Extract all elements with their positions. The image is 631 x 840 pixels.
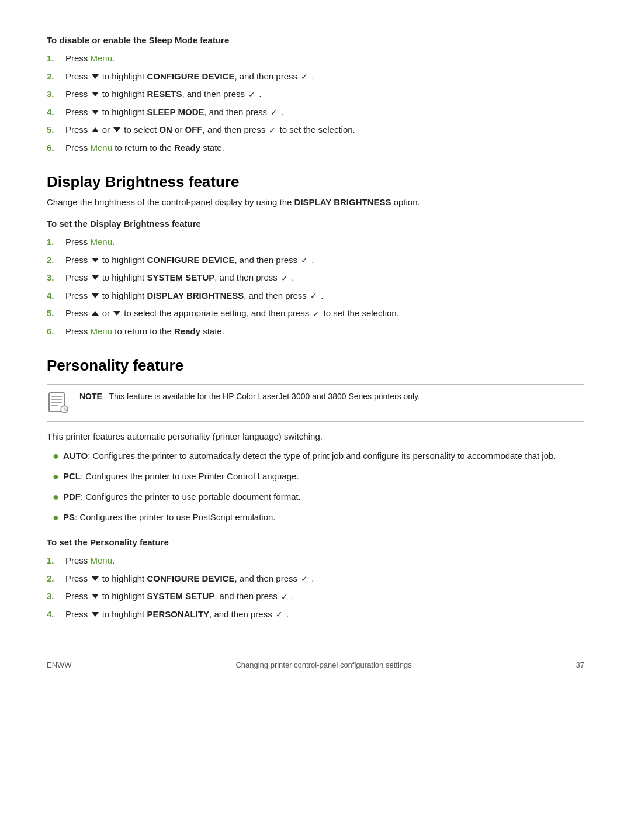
step-text: Press to highlight SYSTEM SETUP, and the…: [65, 590, 294, 603]
bullet-bold: PS: [63, 512, 75, 522]
step-text: Press to highlight CONFIGURE DEVICE, and…: [65, 70, 314, 84]
step-item: 1. Press Menu.: [47, 236, 584, 249]
down-arrow-icon: [92, 275, 99, 280]
step-number: 2.: [47, 70, 65, 84]
down-arrow-icon: [113, 127, 120, 132]
step-number: 4.: [47, 106, 65, 119]
step-number: 4.: [47, 289, 65, 303]
step-number: 6.: [47, 325, 65, 338]
step-item: 3. Press to highlight SYSTEM SETUP, and …: [47, 271, 584, 285]
step-number: 5.: [47, 123, 65, 137]
step-item: 6. Press Menu to return to the Ready sta…: [47, 325, 584, 338]
sleep-mode-section: To disable or enable the Sleep Mode feat…: [47, 35, 584, 154]
highlight-text: CONFIGURE DEVICE: [147, 573, 234, 583]
step-item: 2. Press to highlight CONFIGURE DEVICE, …: [47, 572, 584, 586]
footer-right: 37: [576, 661, 584, 669]
highlight-text: SYSTEM SETUP: [147, 272, 214, 282]
note-svg-icon: ✎: [47, 392, 69, 414]
sleep-mode-subheading: To disable or enable the Sleep Mode feat…: [47, 35, 584, 45]
bullet-text: PDF: Configures the printer to use porta…: [63, 490, 301, 504]
step-text: Press Menu.: [65, 554, 115, 568]
menu-link[interactable]: Menu: [91, 53, 113, 63]
menu-link[interactable]: Menu: [91, 143, 113, 153]
step-item: 4. Press to highlight SLEEP MODE, and th…: [47, 106, 584, 119]
personality-main-heading: Personality feature: [47, 357, 584, 375]
down-arrow-icon: [92, 594, 99, 599]
down-arrow-icon: [92, 293, 99, 298]
note-box: ✎ NOTE This feature is available for the…: [47, 384, 584, 422]
menu-link[interactable]: Menu: [91, 555, 113, 565]
step-number: 6.: [47, 141, 65, 155]
highlight-text: DISPLAY BRIGHTNESS: [147, 291, 244, 300]
step-number: 1.: [47, 52, 65, 65]
check-icon: ✓: [301, 254, 308, 267]
note-content: This feature is available for the HP Col…: [109, 392, 421, 401]
down-arrow-icon: [113, 311, 120, 316]
bullet-item: ● PDF: Configures the printer to use por…: [53, 490, 584, 505]
up-arrow-icon: [92, 127, 99, 132]
down-arrow-icon: [92, 110, 99, 115]
bullet-bold: PDF: [63, 492, 81, 502]
check-icon: ✓: [281, 272, 288, 285]
check-icon: ✓: [271, 106, 278, 119]
highlight-text: SLEEP MODE: [147, 107, 204, 117]
step-text: Press to highlight SLEEP MODE, and then …: [65, 106, 284, 119]
step-text: Press Menu to return to the Ready state.: [65, 325, 224, 338]
step-item: 3. Press to highlight RESETS, and then p…: [47, 88, 584, 101]
step-item: 4. Press to highlight DISPLAY BRIGHTNESS…: [47, 289, 584, 303]
highlight-text: Ready: [174, 326, 200, 336]
personality-intro: This printer features automatic personal…: [47, 431, 584, 441]
step-text: Press or to select ON or OFF, and then p…: [65, 123, 355, 137]
step-item: 5. Press or to select ON or OFF, and the…: [47, 123, 584, 137]
step-text: Press to highlight CONFIGURE DEVICE, and…: [65, 572, 314, 586]
bullet-dot-icon: ●: [53, 489, 63, 505]
highlight-text: PERSONALITY: [147, 609, 209, 619]
down-arrow-icon: [92, 612, 99, 617]
personality-bullet-list: ● AUTO: Configures the printer to automa…: [47, 450, 584, 526]
step-item: 4. Press to highlight PERSONALITY, and t…: [47, 608, 584, 621]
check-icon: ✓: [248, 89, 255, 101]
bullet-bold: PCL: [63, 471, 81, 481]
bullet-dot-icon: ●: [53, 448, 63, 464]
check-icon: ✓: [301, 573, 308, 585]
step-text: Press to highlight PERSONALITY, and then…: [65, 608, 289, 621]
check-icon: ✓: [269, 125, 276, 137]
step-number: 2.: [47, 254, 65, 267]
personality-steps: 1. Press Menu. 2. Press to highlight CON…: [47, 554, 584, 621]
step-text: Press Menu to return to the Ready state.: [65, 141, 224, 155]
highlight-text: SYSTEM SETUP: [147, 591, 214, 601]
step-number: 3.: [47, 88, 65, 101]
step-number: 4.: [47, 608, 65, 621]
step-number: 3.: [47, 271, 65, 285]
step-number: 1.: [47, 554, 65, 568]
highlight-text: RESETS: [147, 89, 182, 99]
bullet-text: PS: Configures the printer to use PostSc…: [63, 511, 276, 524]
display-brightness-intro: Change the brightness of the control-pan…: [47, 197, 584, 207]
bullet-item: ● AUTO: Configures the printer to automa…: [53, 450, 584, 464]
bullet-dot-icon: ●: [53, 469, 63, 485]
display-brightness-main-heading: Display Brightness feature: [47, 173, 584, 191]
step-text: Press Menu.: [65, 52, 115, 65]
step-item: 5. Press or to select the appropriate se…: [47, 307, 584, 320]
menu-link[interactable]: Menu: [91, 237, 113, 247]
check-icon: ✓: [281, 591, 288, 603]
highlight-text: CONFIGURE DEVICE: [147, 71, 234, 81]
step-text: Press Menu.: [65, 236, 115, 249]
step-item: 2. Press to highlight CONFIGURE DEVICE, …: [47, 70, 584, 84]
menu-link[interactable]: Menu: [91, 326, 113, 336]
check-icon: ✓: [301, 71, 308, 83]
personality-subheading: To set the Personality feature: [47, 537, 584, 547]
svg-text:✎: ✎: [63, 407, 68, 413]
highlight-text: CONFIGURE DEVICE: [147, 255, 234, 265]
display-brightness-section: Display Brightness feature Change the br…: [47, 173, 584, 338]
check-icon: ✓: [276, 609, 283, 621]
bullet-bold: AUTO: [63, 451, 88, 461]
sleep-mode-steps: 1. Press Menu. 2. Press to highlight CON…: [47, 52, 584, 154]
display-brightness-subheading: To set the Display Brightness feature: [47, 219, 584, 229]
step-text: Press to highlight SYSTEM SETUP, and the…: [65, 271, 294, 285]
step-item: 1. Press Menu.: [47, 52, 584, 65]
down-arrow-icon: [92, 92, 99, 96]
step-text: Press to highlight RESETS, and then pres…: [65, 88, 262, 101]
step-text: Press or to select the appropriate setti…: [65, 307, 399, 320]
down-arrow-icon: [92, 74, 99, 79]
